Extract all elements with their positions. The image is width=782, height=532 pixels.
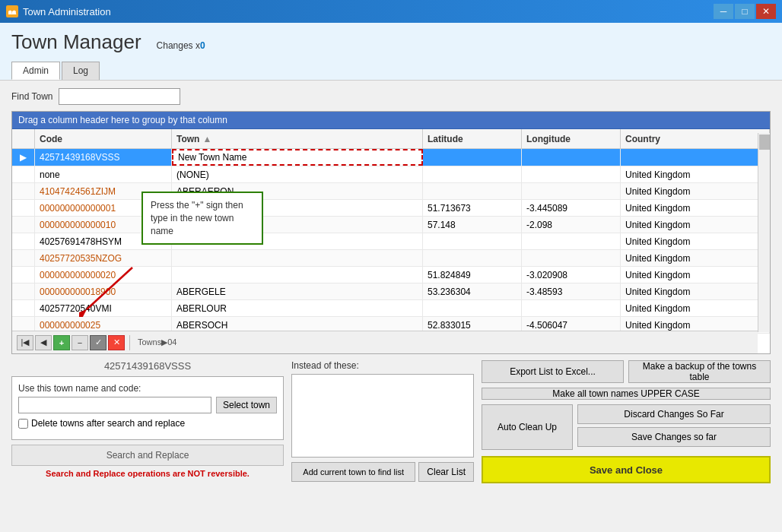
row-indicator — [12, 267, 35, 283]
code-cell: 42571439168VSSS — [35, 149, 172, 166]
table-row[interactable]: 40257691478HSYMUnited Kingdom — [12, 233, 770, 250]
tab-admin[interactable]: Admin — [11, 62, 60, 80]
lat-cell — [423, 233, 522, 249]
row-indicator — [12, 183, 35, 199]
changes-badge: Changes x0 — [157, 40, 205, 51]
annotation-text: Press the "+" sign then type in the new … — [151, 200, 243, 236]
title-bar-left: 🏘 Town Administration — [6, 5, 111, 17]
table-row[interactable]: 41047424561ZIJMABERAERONUnited Kingdom — [12, 183, 770, 200]
grid-body[interactable]: ▶42571439168VSSSnone(NONE)United Kingdom… — [12, 149, 770, 353]
nav-add-button[interactable]: + — [53, 335, 70, 350]
backup-button[interactable]: Make a backup of the towns table — [628, 360, 771, 383]
export-excel-button[interactable]: Export List to Excel... — [482, 360, 624, 383]
changes-label: Changes x — [157, 40, 200, 51]
auto-cleanup-button[interactable]: Auto Clean Up — [482, 404, 573, 450]
lat-cell — [423, 250, 522, 266]
town-cell: (NONE) — [172, 166, 423, 182]
delete-checkbox[interactable] — [18, 419, 28, 429]
window-title: Town Administration — [23, 6, 111, 17]
country-cell: United Kingdom — [621, 300, 770, 316]
table-row[interactable]: 000000000000001ABERDARE51.713673-3.44508… — [12, 200, 770, 217]
minimize-button[interactable]: ─ — [714, 4, 733, 19]
save-close-button[interactable]: Save and Close — [482, 456, 771, 483]
lat-cell — [423, 300, 522, 316]
table-row[interactable]: none(NONE)United Kingdom — [12, 166, 770, 183]
country-cell: United Kingdom — [621, 233, 770, 249]
row-indicator — [12, 250, 35, 266]
lat-cell — [423, 183, 522, 199]
col-code[interactable]: Code — [35, 129, 172, 148]
town-cell: ABERLOUR — [172, 300, 423, 316]
find-town-label: Find Town — [11, 91, 52, 102]
lon-cell — [522, 149, 621, 166]
save-changes-button[interactable]: Save Changes so far — [577, 427, 771, 447]
auto-cleanup-area: Auto Clean Up Discard Changes So Far Sav… — [482, 404, 771, 450]
page-indicator: Towns▶04 — [138, 337, 176, 347]
bottom-section: 42571439168VSSS Use this town name and c… — [11, 360, 771, 483]
annotation-box: Press the "+" sign then type in the new … — [141, 192, 263, 245]
nav-prev-button[interactable]: ◀ — [35, 335, 52, 350]
country-cell — [621, 149, 770, 166]
lon-cell: -3.48593 — [522, 283, 621, 299]
col-latitude[interactable]: Latitude — [423, 129, 522, 148]
main-window: Town Manager Changes x0 Admin Log Find T… — [0, 23, 782, 532]
right-top-row: Export List to Excel... Make a backup of… — [482, 360, 771, 383]
lon-cell — [522, 166, 621, 182]
country-cell: United Kingdom — [621, 283, 770, 299]
col-country[interactable]: Country — [621, 129, 770, 148]
nav-remove-button[interactable]: − — [72, 335, 88, 350]
lat-cell — [423, 166, 522, 182]
close-button[interactable]: ✕ — [756, 4, 776, 19]
delete-checkbox-row: Delete towns after search and replace — [18, 418, 277, 429]
row-indicator — [12, 233, 35, 249]
instead-buttons: Add current town to find list Clear List — [291, 462, 474, 482]
left-panel: 42571439168VSSS Use this town name and c… — [11, 360, 284, 478]
use-town-input[interactable] — [18, 397, 211, 413]
instead-textarea[interactable] — [291, 374, 474, 458]
table-row[interactable]: 000000000000010ABERDEEN57.148-2.098Unite… — [12, 217, 770, 233]
lat-cell: 57.148 — [423, 217, 522, 233]
scrollbar-vertical[interactable] — [758, 133, 770, 332]
town-input[interactable] — [178, 152, 417, 163]
search-replace-button[interactable]: Search and Replace — [11, 445, 284, 466]
country-cell: United Kingdom — [621, 250, 770, 266]
lat-cell — [423, 149, 522, 166]
grid-container: Drag a column header here to group by th… — [11, 111, 771, 354]
group-header: Drag a column header here to group by th… — [12, 112, 770, 129]
country-cell: United Kingdom — [621, 183, 770, 199]
use-town-label: Use this town name and code: — [18, 383, 277, 394]
svg-line-3 — [87, 268, 132, 309]
lat-cell: 51.713673 — [423, 200, 522, 216]
use-town-row: Select town — [18, 397, 277, 413]
row-indicator — [12, 200, 35, 216]
row-indicator — [12, 300, 35, 316]
nav-confirm-button[interactable]: ✓ — [90, 335, 106, 350]
maximize-button[interactable]: □ — [735, 4, 755, 19]
row-indicator — [12, 166, 35, 182]
find-town-input[interactable] — [59, 88, 180, 105]
select-town-button[interactable]: Select town — [216, 397, 277, 413]
col-longitude[interactable]: Longitude — [522, 129, 621, 148]
col-town[interactable]: Town ▲ — [172, 129, 423, 148]
table-row[interactable]: ▶42571439168VSSS — [12, 149, 770, 166]
header-area: Town Manager Changes x0 Admin Log — [0, 23, 782, 81]
town-cell-editing[interactable] — [172, 149, 423, 166]
title-bar: 🏘 Town Administration ─ □ ✕ — [0, 0, 782, 23]
clear-list-button[interactable]: Clear List — [418, 462, 474, 482]
nav-first-button[interactable]: |◀ — [17, 335, 33, 350]
lon-cell: -3.445089 — [522, 200, 621, 216]
app-title: Town Manager — [11, 30, 141, 54]
discard-button[interactable]: Discard Changes So Far — [577, 404, 771, 424]
find-town-row: Find Town — [11, 88, 771, 105]
code-display: 42571439168VSSS — [11, 360, 284, 372]
delete-label: Delete towns after search and replace — [31, 418, 185, 429]
nav-cancel-button[interactable]: ✕ — [108, 335, 125, 350]
tabs: Admin Log — [11, 62, 771, 80]
app-icon: 🏘 — [6, 5, 18, 17]
country-cell: United Kingdom — [621, 166, 770, 182]
uppercase-button[interactable]: Make all town names UPPER CASE — [482, 388, 771, 400]
tab-log[interactable]: Log — [62, 62, 100, 80]
lon-cell: -2.098 — [522, 217, 621, 233]
add-town-button[interactable]: Add current town to find list — [291, 462, 415, 482]
use-town-box: Use this town name and code: Select town… — [11, 376, 284, 440]
